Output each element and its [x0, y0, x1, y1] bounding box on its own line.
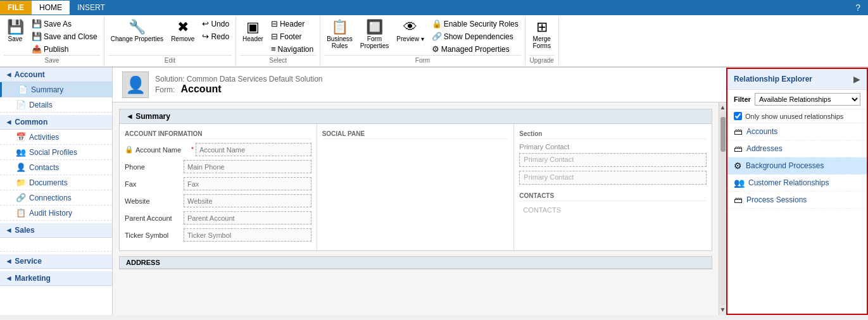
sidebar-item-connections[interactable]: 🔗 Connections: [0, 190, 112, 206]
tab-insert[interactable]: INSERT: [70, 1, 113, 15]
sidebar-section-common[interactable]: ◄ Common: [0, 115, 112, 130]
process-sessions-icon: 🗃: [734, 195, 743, 205]
sidebar-section-marketing[interactable]: ◄ Marketing: [0, 271, 112, 286]
managed-properties-button[interactable]: ⚙ Managed Properties: [429, 43, 521, 55]
background-processes-label: Background Processes: [746, 161, 824, 170]
account-info-header: ACCOUNT INFORMATION: [125, 129, 311, 139]
sidebar-item-documents[interactable]: 📁 Documents: [0, 175, 112, 190]
content-area: 👤 Solution: Common Data Services Default…: [113, 68, 726, 315]
change-properties-button[interactable]: 🔧 Change Properties: [108, 18, 166, 44]
documents-icon: 📁: [16, 178, 26, 187]
unused-relationships-checkbox[interactable]: [734, 112, 742, 120]
form-canvas: ◄ Summary ACCOUNT INFORMATION 🔒 Account …: [113, 102, 719, 315]
relationship-item-customer-relationships[interactable]: 👥 Customer Relationships: [727, 175, 867, 192]
filter-select[interactable]: Available Relationships 1:N Relationship…: [755, 93, 860, 106]
social-profiles-icon: 👥: [16, 147, 26, 157]
filter-label: Filter: [734, 95, 751, 103]
summary-section-header[interactable]: ◄ Summary: [120, 109, 712, 124]
sidebar-item-contacts[interactable]: 👤 Contacts: [0, 160, 112, 175]
ticker-symbol-field[interactable]: [184, 228, 311, 242]
save-button[interactable]: 💾 Save: [4, 18, 27, 44]
tab-home[interactable]: HOME: [32, 1, 70, 15]
sidebar-item-details[interactable]: 📄 Details: [0, 97, 112, 113]
website-field[interactable]: [184, 194, 311, 207]
relationship-item-process-sessions[interactable]: 🗃 Process Sessions: [727, 192, 867, 209]
ribbon-group-select: ▣ Header ⊟ Header ⊟ Footer ≡ Navigation: [236, 16, 320, 65]
help-button[interactable]: ?: [848, 0, 868, 15]
background-processes-icon: ⚙: [734, 161, 742, 171]
social-pane-header: SOCIAL PANE: [322, 129, 509, 139]
undo-button[interactable]: ↩ Undo: [199, 18, 232, 30]
primary-contact-field-2[interactable]: Primary Contact: [519, 171, 707, 185]
relationship-item-addresses[interactable]: 🗃 Addresses: [727, 140, 867, 157]
scroll-down-arrow[interactable]: ▼: [720, 305, 726, 314]
addresses-icon: 🗃: [734, 144, 743, 154]
save-as-button[interactable]: 💾 Save As: [29, 18, 100, 30]
connections-icon: 🔗: [16, 193, 26, 202]
relationship-explorer-panel: Relationship Explorer ▶ Filter Available…: [726, 68, 868, 315]
audit-history-icon: 📋: [16, 208, 26, 218]
merge-forms-button[interactable]: ⊞ MergeForms: [529, 18, 555, 51]
process-sessions-label: Process Sessions: [746, 195, 807, 204]
remove-button[interactable]: ✖ Remove: [168, 18, 197, 44]
redo-button[interactable]: ↪ Redo: [199, 30, 232, 42]
sidebar-item-activities[interactable]: 📅 Activities: [0, 130, 112, 145]
relationship-item-accounts[interactable]: 🗃 Accounts: [727, 123, 867, 140]
footer-button[interactable]: ⊟ Footer: [268, 30, 316, 42]
primary-contact-field-1[interactable]: Primary Contact: [519, 153, 707, 167]
panel-expand-icon[interactable]: ▶: [853, 74, 860, 84]
solution-title: Solution: Common Data Services Default S…: [155, 75, 323, 83]
section-header: Section: [519, 129, 707, 139]
scrollbar[interactable]: ▲ ▼: [719, 102, 726, 315]
form-properties-button[interactable]: 🔲 FormProperties: [358, 18, 392, 51]
ribbon-group-form: 📋 BusinessRules 🔲 FormProperties 👁 Previ…: [320, 16, 525, 65]
account-name-field[interactable]: [196, 143, 311, 156]
contacts-icon: 👤: [16, 163, 26, 172]
panel-title: Relationship Explorer: [734, 75, 812, 83]
parent-account-field[interactable]: [184, 211, 311, 225]
avatar: 👤: [122, 71, 149, 98]
main-layout: ◄ Account 📄 Summary 📄 Details ◄ Common 📅…: [0, 68, 868, 315]
body-button[interactable]: ▣ Header: [240, 18, 266, 44]
ribbon-group-edit: 🔧 Change Properties ✖ Remove ↩ Undo ↪ Re…: [104, 16, 236, 65]
phone-field[interactable]: [184, 160, 311, 173]
sidebar-section-account[interactable]: ◄ Account: [0, 68, 112, 82]
business-rules-button[interactable]: 📋 BusinessRules: [324, 18, 355, 51]
ribbon-group-upgrade: ⊞ MergeForms Upgrade: [525, 16, 559, 65]
accounts-icon: 🗃: [734, 126, 743, 137]
show-dependencies-button[interactable]: 🔗 Show Dependencies: [429, 30, 521, 42]
fax-field[interactable]: [184, 177, 311, 190]
preview-button[interactable]: 👁 Preview ▾: [394, 18, 426, 44]
contacts-subheader: CONTACTS: [519, 191, 707, 201]
sidebar-item-social-profiles[interactable]: 👥 Social Profiles: [0, 145, 112, 160]
customer-relationships-icon: 👥: [734, 178, 745, 188]
navigation-button[interactable]: ≡ Navigation: [268, 43, 316, 55]
sidebar-section-service[interactable]: ◄ Service: [0, 254, 112, 269]
save-close-button[interactable]: 💾 Save and Close: [29, 30, 100, 42]
ribbon: FILE HOME INSERT ? 💾 Save 💾 Save As �: [0, 0, 868, 68]
relationship-item-background-processes[interactable]: ⚙ Background Processes: [727, 157, 867, 175]
sidebar-section-sales[interactable]: ◄ Sales: [0, 223, 112, 238]
customer-relationships-label: Customer Relationships: [748, 178, 829, 187]
lock-icon: 🔒: [125, 145, 134, 154]
summary-icon: 📄: [18, 85, 28, 94]
enable-security-button[interactable]: 🔒 Enable Security Roles: [429, 18, 521, 30]
form-name: Account: [181, 83, 222, 94]
accounts-label: Accounts: [746, 127, 777, 136]
contacts-field: CONTACTS: [519, 204, 707, 216]
tab-file[interactable]: FILE: [0, 1, 32, 15]
ribbon-group-save: 💾 Save 💾 Save As 💾 Save and Close 📤 Publ…: [0, 16, 104, 65]
address-section-header[interactable]: ADDRESS: [120, 257, 712, 269]
sidebar: ◄ Account 📄 Summary 📄 Details ◄ Common 📅…: [0, 68, 113, 315]
sidebar-item-summary[interactable]: 📄 Summary: [0, 82, 112, 97]
publish-button[interactable]: 📤 Publish: [29, 43, 100, 55]
header-button[interactable]: ⊟ Header: [268, 18, 316, 30]
addresses-label: Addresses: [746, 144, 783, 153]
unused-relationships-label: Only show unused relationships: [745, 113, 843, 120]
activities-icon: 📅: [16, 132, 26, 142]
details-icon: 📄: [16, 100, 26, 109]
scroll-up-arrow[interactable]: ▲: [720, 103, 726, 112]
primary-contact-header: Primary Contact: [519, 143, 707, 151]
sidebar-item-audit-history[interactable]: 📋 Audit History: [0, 206, 112, 221]
scroll-thumb[interactable]: [720, 117, 726, 152]
